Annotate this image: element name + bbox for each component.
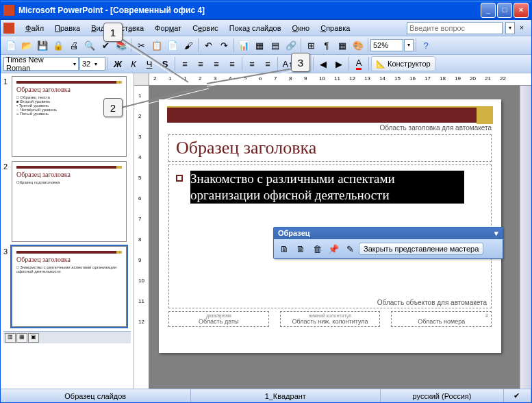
slide-accent-bar <box>167 108 493 123</box>
designer-button[interactable]: 📐Конструктор <box>371 56 435 71</box>
chart-icon[interactable]: 📊 <box>236 38 251 53</box>
hyperlink-icon[interactable]: 🔗 <box>283 38 299 53</box>
zoom-dropdown[interactable]: ▾ <box>404 39 414 51</box>
help-icon[interactable]: ? <box>418 38 433 53</box>
number-placeholder[interactable]: #Область номера <box>391 311 492 327</box>
formatting-toolbar: Times New Roman▾ 32▾ Ж К Ч S ≡ ≡ ≡ ≡ ≡ ≡… <box>1 55 531 73</box>
tables-borders-icon[interactable]: ▤ <box>268 38 283 53</box>
shadow-icon[interactable]: S <box>157 56 173 71</box>
master-toolbar[interactable]: Образец▾ 🗎 🗎 🗑 📌 ✎ Закрыть представление… <box>273 227 503 259</box>
window-title: Microsoft PowerPoint - [Современный офис… <box>18 5 481 15</box>
thumb-number: 1 <box>3 76 12 157</box>
editor-pane: 2112345678910111213141516171819202122 12… <box>134 73 531 389</box>
menu-tools[interactable]: Сервис <box>187 23 224 34</box>
date-placeholder[interactable]: дата/времяОбласть даты <box>168 311 269 327</box>
statusbar: Образец слайдов 1_Квадрант русский (Росс… <box>1 389 531 402</box>
print-icon[interactable]: 🖨 <box>66 38 81 53</box>
slide-canvas[interactable]: Область заголовка для автомакета Образец… <box>149 86 520 389</box>
body-text-selected[interactable]: Знакомство с различными аспектами органи… <box>190 171 464 204</box>
undo-icon[interactable]: ↶ <box>201 38 216 53</box>
slide-master: Область заголовка для автомакета Образец… <box>159 99 501 353</box>
preview-icon[interactable]: 🔍 <box>82 38 97 53</box>
menu-window[interactable]: Окно <box>287 23 316 34</box>
thumb-slide-3[interactable]: Образец заголовка □ Знакомство с различн… <box>12 246 127 327</box>
preserve-master-icon[interactable]: 📌 <box>326 241 341 256</box>
increase-indent-icon[interactable]: ▶ <box>331 56 346 71</box>
minimize-button[interactable]: _ <box>481 3 496 18</box>
maximize-button[interactable]: □ <box>497 3 512 18</box>
slideshow-view-icon[interactable]: ▣ <box>28 333 39 343</box>
grid-icon[interactable]: ▦ <box>335 38 350 53</box>
delete-master-icon[interactable]: 🗑 <box>309 241 325 256</box>
callout-3: 3 <box>291 53 310 72</box>
insert-slide-master-icon[interactable]: 🗎 <box>277 241 292 256</box>
sorter-view-icon[interactable]: ▦ <box>16 333 27 343</box>
align-justify-icon[interactable]: ≡ <box>225 56 240 71</box>
rename-master-icon[interactable]: ✎ <box>342 241 357 256</box>
show-formatting-icon[interactable]: ¶ <box>319 38 334 53</box>
underline-icon[interactable]: Ч <box>142 56 157 71</box>
thumb-slide-2[interactable]: Образец заголовка Образец подзаголовка <box>12 161 127 242</box>
title-placeholder[interactable]: Образец заголовка <box>168 134 492 162</box>
title-placeholder-label: Область заголовка для автомакета <box>168 124 492 132</box>
bullet-icon <box>176 175 183 182</box>
slide-thumbnails-pane: 1 Образец заголовка □ Образец текста ■ В… <box>1 73 134 389</box>
redo-icon[interactable]: ↷ <box>216 38 231 53</box>
ruler-horizontal[interactable]: 2112345678910111213141516171819202122 <box>134 73 531 86</box>
insert-title-master-icon[interactable]: 🗎 <box>293 241 308 256</box>
callout-1: 1 <box>103 23 123 42</box>
footer-placeholder[interactable]: нижний колонтитулОбласть ниж. колонтитул… <box>280 311 381 327</box>
doc-icon[interactable] <box>3 23 14 34</box>
bullets-icon[interactable]: ≡ <box>260 56 275 71</box>
color-icon[interactable]: 🎨 <box>351 38 366 53</box>
open-icon[interactable]: 📂 <box>19 38 34 53</box>
zoom-input[interactable] <box>370 39 403 51</box>
menubar: Файл Правка Вид Вставка Формат Сервис По… <box>1 20 531 36</box>
menu-edit[interactable]: Правка <box>49 23 86 34</box>
standard-toolbar: 📄 📂 💾 🔒 🖨 🔍 ✔ 📚 ✂ 📋 📄 🖌 ↶ ↷ 📊 ▦ ▤ 🔗 ⊞ ¶ … <box>1 36 531 55</box>
app-icon <box>3 5 14 16</box>
callout-2: 2 <box>103 98 123 117</box>
status-theme: 1_Квадрант <box>191 389 381 402</box>
thumb-number: 2 <box>3 161 12 242</box>
thumb-number: 3 <box>3 246 12 327</box>
normal-view-icon[interactable]: ▥ <box>5 333 16 343</box>
italic-icon[interactable]: К <box>126 56 141 71</box>
master-toolbar-dropdown[interactable]: ▾ <box>494 229 498 238</box>
body-placeholder-label: Область объектов для автомакета <box>377 299 487 306</box>
menu-slideshow[interactable]: Показ слайдов <box>224 23 287 34</box>
copy-icon[interactable]: 📋 <box>149 38 164 53</box>
menu-help[interactable]: Справка <box>315 23 355 34</box>
save-icon[interactable]: 💾 <box>35 38 50 53</box>
status-view: Образец слайдов <box>1 389 191 402</box>
vertical-scrollbar[interactable] <box>520 86 531 389</box>
expand-icon[interactable]: ⊞ <box>303 38 318 53</box>
table-icon[interactable]: ▦ <box>252 38 267 53</box>
align-right-icon[interactable]: ≡ <box>209 56 224 71</box>
doc-close-button[interactable]: × <box>515 24 529 32</box>
align-left-icon[interactable]: ≡ <box>177 56 192 71</box>
align-center-icon[interactable]: ≡ <box>193 56 208 71</box>
new-icon[interactable]: 📄 <box>3 38 18 53</box>
font-name-select[interactable]: Times New Roman▾ <box>3 57 79 71</box>
master-toolbar-title: Образец <box>278 229 310 238</box>
format-painter-icon[interactable]: 🖌 <box>181 38 196 53</box>
close-button[interactable]: × <box>514 3 529 18</box>
question-dropdown[interactable]: ▾ <box>505 22 515 34</box>
paste-icon[interactable]: 📄 <box>165 38 180 53</box>
close-master-view-button[interactable]: Закрыть представление мастера <box>359 243 483 255</box>
ruler-vertical[interactable]: 123456789101112 <box>134 86 149 389</box>
cut-icon[interactable]: ✂ <box>134 38 149 53</box>
titlebar: Microsoft PowerPoint - [Современный офис… <box>1 1 531 20</box>
numbering-icon[interactable]: ≡ <box>244 56 259 71</box>
permission-icon[interactable]: 🔒 <box>51 38 66 53</box>
decrease-indent-icon[interactable]: ◀ <box>316 56 331 71</box>
menu-format[interactable]: Формат <box>149 23 187 34</box>
status-language[interactable]: русский (Россия) <box>381 389 504 402</box>
menu-file[interactable]: Файл <box>20 23 49 34</box>
bold-icon[interactable]: Ж <box>110 56 125 71</box>
font-color-icon[interactable]: A <box>351 56 366 71</box>
question-input[interactable] <box>407 22 503 34</box>
status-spell[interactable]: ✔ <box>504 389 531 402</box>
font-size-select[interactable]: 32▾ <box>79 57 105 71</box>
